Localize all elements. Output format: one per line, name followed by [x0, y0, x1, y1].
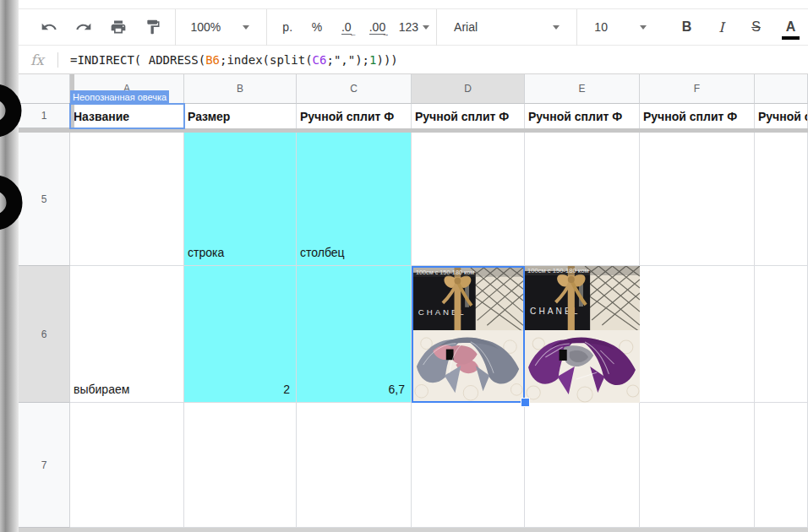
cell-A6[interactable]: выбираем [70, 266, 184, 403]
chevron-down-icon [243, 25, 249, 30]
undo-button[interactable] [39, 13, 58, 41]
column-headers: A B C D E F [70, 74, 808, 104]
font-family-select[interactable]: Arial [445, 13, 568, 41]
cell-C6[interactable]: 6,7 [297, 266, 412, 403]
column-header-C[interactable]: C [297, 74, 412, 104]
paint-roller-icon [145, 19, 161, 35]
bold-button[interactable]: B [675, 13, 698, 41]
row-header-6[interactable]: 6 [19, 266, 70, 403]
product-image-e6[interactable]: CHANEL 100см с 150-180 ком [525, 266, 640, 403]
row-1: Название Размер Ручной сплит Ф Ручной сп… [70, 104, 808, 128]
cell-F5[interactable] [640, 133, 755, 266]
italic-label: I [718, 19, 723, 35]
strikethrough-button[interactable]: S [745, 13, 767, 41]
cell-E7[interactable] [525, 403, 640, 528]
percent-format-button[interactable]: % [303, 13, 331, 41]
cell-F7[interactable] [640, 403, 755, 528]
italic-button[interactable]: I [710, 13, 733, 41]
text-color-button[interactable]: A [779, 13, 802, 41]
cell-G7[interactable] [755, 403, 808, 528]
row-headers: 1 5 6 7 [19, 104, 70, 528]
zoom-select[interactable]: 100% [185, 13, 254, 41]
column-header-D[interactable]: D [412, 74, 525, 104]
row-7 [70, 403, 808, 528]
chevron-down-icon [553, 25, 560, 30]
cell-F6[interactable] [640, 266, 755, 403]
cell-C1[interactable]: Ручной сплит Ф [297, 104, 412, 128]
cell-D1[interactable]: Ручной сплит Ф [412, 104, 525, 128]
row-header-5[interactable]: 5 [19, 133, 70, 266]
product-image-d6[interactable]: CHANEL 100см с 150-1 [412, 266, 525, 403]
cell-A1[interactable]: Название [70, 104, 184, 128]
column-header-B[interactable]: B [184, 74, 297, 104]
cell-G5[interactable] [755, 133, 808, 266]
column-header-E[interactable]: E [525, 74, 640, 104]
column-header-F[interactable]: F [640, 74, 755, 104]
text-color-label: A [786, 19, 796, 35]
number-format-label: 123 [399, 20, 418, 34]
print-button[interactable] [108, 13, 128, 41]
toolbar-separator [175, 9, 176, 46]
percent-label: % [312, 20, 322, 34]
undo-icon [41, 19, 57, 35]
image-caption: 100см с 150-180 ком [527, 267, 589, 274]
redo-icon [75, 19, 92, 35]
cell-G6[interactable] [755, 266, 808, 403]
row-header-7[interactable]: 7 [19, 403, 70, 528]
cell-B5[interactable]: строка [184, 133, 297, 266]
cell-G1[interactable]: Ручной сплит Ф [755, 104, 808, 128]
currency-format-button[interactable]: р. [274, 13, 302, 41]
bold-label: B [682, 19, 692, 35]
print-icon [110, 19, 127, 35]
image-resize-handle[interactable] [521, 398, 530, 407]
number-format-menu[interactable]: 123 [399, 13, 429, 41]
toolbar-separator [436, 9, 437, 46]
row-header-1[interactable]: 1 [19, 104, 70, 128]
fx-label: fx [30, 52, 51, 68]
collaborator-name-label: Неопознанная овечка [70, 90, 169, 105]
chevron-down-icon [640, 25, 647, 30]
cell-D7[interactable] [412, 403, 525, 528]
formula-bar: fx =INDIRECT( ADDRESS(B6;index(split(C6;… [19, 46, 808, 74]
formula-bar-separator [57, 52, 58, 68]
current-color-bar [782, 36, 800, 40]
column-header-G[interactable] [755, 74, 808, 104]
currency-label: р. [282, 20, 292, 34]
paint-format-button[interactable] [143, 13, 162, 41]
cell-D5[interactable] [412, 133, 525, 266]
image-caption: 100см с 150-180 ком [416, 269, 474, 276]
arrow-left-icon: ← [349, 30, 357, 38]
font-size-value: 10 [594, 20, 608, 34]
toolbar-separator [576, 9, 577, 46]
cell-F1[interactable]: Ручной сплит Ф [640, 104, 755, 128]
zoom-value: 100% [190, 20, 221, 34]
cell-E1[interactable]: Ручной сплит Ф [525, 104, 640, 128]
font-family-value: Arial [454, 20, 478, 34]
redo-button[interactable] [74, 13, 93, 41]
cell-B1[interactable]: Размер [184, 104, 297, 128]
strikethrough-label: S [751, 19, 761, 35]
toolbar-separator [266, 9, 267, 46]
left-edge-strip [0, 0, 19, 532]
increase-decimals-button[interactable]: .00 → [362, 13, 393, 41]
frozen-row-divider[interactable] [19, 128, 808, 133]
arrow-right-icon: → [382, 30, 390, 38]
cell-C5[interactable]: столбец [297, 133, 412, 266]
select-all-corner[interactable] [19, 74, 70, 104]
font-size-select[interactable]: 10 [586, 13, 655, 41]
row-5: строка столбец [70, 133, 808, 266]
cell-A5[interactable] [70, 133, 184, 266]
formula-text[interactable]: =INDIRECT( ADDRESS(B6;index(split(C6;","… [70, 53, 398, 67]
cell-A7[interactable] [70, 403, 184, 528]
cell-E5[interactable] [525, 133, 640, 266]
toolbar: 100% р. % .0 ← .00 → 123 Arial 10 B I S … [19, 8, 808, 46]
bottom-scroll-strip[interactable] [19, 528, 808, 532]
spreadsheet-grid: A B C D E F 1 5 6 7 Название Размер Ручн… [19, 74, 808, 532]
cell-B6[interactable]: 2 [184, 266, 297, 403]
cell-C7[interactable] [297, 403, 412, 528]
cell-B7[interactable] [184, 403, 297, 528]
decrease-decimals-button[interactable]: .0 ← [332, 13, 360, 41]
chevron-down-icon [423, 25, 429, 30]
